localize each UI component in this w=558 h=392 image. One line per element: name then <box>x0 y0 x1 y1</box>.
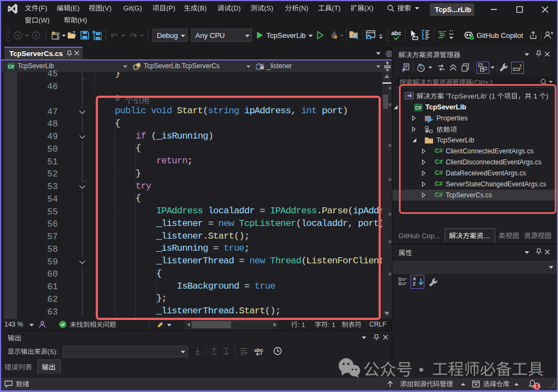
svg-text:C#: C# <box>8 64 14 69</box>
